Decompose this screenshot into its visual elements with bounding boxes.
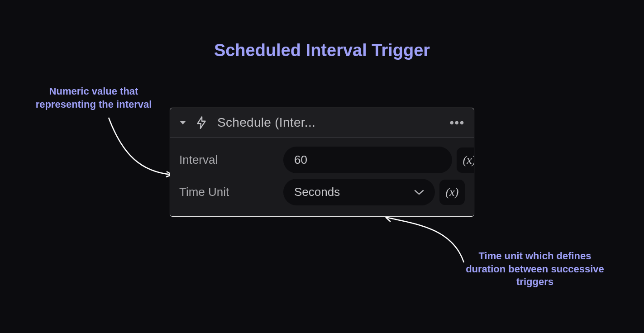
annotation-time-unit: Time unit which defines duration between… [458,250,612,289]
interval-input[interactable] [283,147,452,173]
panel-header: Schedule (Inter... ••• [170,108,474,138]
variable-button-interval[interactable]: (x) [457,147,474,173]
lightning-icon [196,116,207,129]
interval-row: Interval (x) [179,147,465,173]
panel-body: Interval (x) Time Unit Seconds (x) [170,138,474,216]
config-panel: Schedule (Inter... ••• Interval (x) Time… [170,108,474,217]
page-title: Scheduled Interval Trigger [0,41,644,60]
panel-title: Schedule (Inter... [217,115,450,130]
chevron-down-icon [414,189,424,195]
more-menu-icon[interactable]: ••• [450,116,465,130]
time-unit-value: Seconds [294,185,340,199]
collapse-caret-icon[interactable] [179,120,186,125]
variable-button-time-unit[interactable]: (x) [439,180,465,205]
time-unit-label: Time Unit [179,185,283,199]
time-unit-row: Time Unit Seconds (x) [179,179,465,205]
annotation-interval-value: Numeric value that representing the inte… [22,85,166,111]
time-unit-select[interactable]: Seconds [283,179,435,205]
interval-label: Interval [179,153,283,167]
